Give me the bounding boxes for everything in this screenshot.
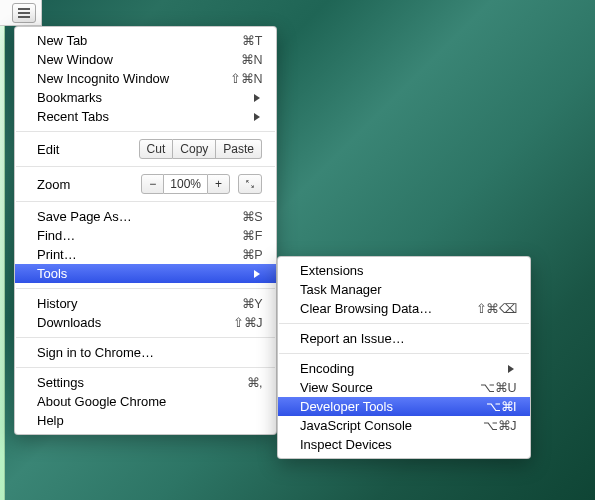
menu-label: Report an Issue… [300, 331, 516, 346]
chrome-main-menu: New Tab ⌘T New Window ⌘N New Incognito W… [14, 26, 277, 435]
separator [16, 201, 275, 202]
menu-label: Clear Browsing Data… [300, 301, 476, 316]
menu-label: Extensions [300, 263, 516, 278]
shortcut: ⌘F [242, 228, 262, 243]
menu-label: Encoding [300, 361, 508, 376]
menu-label: Sign in to Chrome… [37, 345, 262, 360]
submenu-arrow-icon [254, 270, 260, 278]
menu-item-print[interactable]: Print… ⌘P [15, 245, 276, 264]
menu-item-zoom: Zoom − 100% + [15, 172, 276, 196]
menu-item-recent-tabs[interactable]: Recent Tabs [15, 107, 276, 126]
menu-item-new-incognito[interactable]: New Incognito Window ⇧⌘N [15, 69, 276, 88]
submenu-item-report-issue[interactable]: Report an Issue… [278, 329, 530, 348]
zoom-button-group: − 100% + [141, 174, 230, 194]
menu-item-settings[interactable]: Settings ⌘, [15, 373, 276, 392]
menu-label: Downloads [37, 315, 233, 330]
shortcut: ⇧⌘⌫ [476, 301, 517, 316]
menu-item-new-window[interactable]: New Window ⌘N [15, 50, 276, 69]
separator [16, 131, 275, 132]
menu-label: View Source [300, 380, 480, 395]
menu-label: New Tab [37, 33, 242, 48]
menu-item-about[interactable]: About Google Chrome [15, 392, 276, 411]
separator [16, 337, 275, 338]
shortcut: ⌘, [247, 375, 262, 390]
menu-item-new-tab[interactable]: New Tab ⌘T [15, 31, 276, 50]
shortcut: ⌥⌘J [483, 418, 516, 433]
menu-label: Bookmarks [37, 90, 254, 105]
submenu-arrow-icon [254, 113, 260, 121]
shortcut: ⇧⌘J [233, 315, 262, 330]
menu-label: About Google Chrome [37, 394, 262, 409]
submenu-arrow-icon [508, 365, 514, 373]
submenu-item-task-manager[interactable]: Task Manager [278, 280, 530, 299]
menu-item-tools[interactable]: Tools [15, 264, 276, 283]
menu-label: New Window [37, 52, 241, 67]
menu-label: Recent Tabs [37, 109, 254, 124]
menu-item-find[interactable]: Find… ⌘F [15, 226, 276, 245]
submenu-item-view-source[interactable]: View Source ⌥⌘U [278, 378, 530, 397]
zoom-in-button[interactable]: + [207, 174, 230, 194]
menu-label: Save Page As… [37, 209, 242, 224]
paste-button[interactable]: Paste [216, 139, 262, 159]
menu-label: Help [37, 413, 262, 428]
separator [16, 166, 275, 167]
zoom-out-button[interactable]: − [141, 174, 164, 194]
submenu-item-extensions[interactable]: Extensions [278, 261, 530, 280]
separator [279, 353, 529, 354]
shortcut: ⌘N [241, 52, 262, 67]
submenu-item-developer-tools[interactable]: Developer Tools ⌥⌘I [278, 397, 530, 416]
shortcut: ⇧⌘N [230, 71, 262, 86]
menu-label: Zoom [37, 177, 141, 192]
submenu-item-inspect-devices[interactable]: Inspect Devices [278, 435, 530, 454]
menu-label: New Incognito Window [37, 71, 230, 86]
separator [16, 288, 275, 289]
shortcut: ⌘P [242, 247, 262, 262]
menu-label: Developer Tools [300, 399, 486, 414]
separator [16, 367, 275, 368]
menu-label: Settings [37, 375, 247, 390]
fullscreen-button[interactable] [238, 174, 262, 194]
menu-item-history[interactable]: History ⌘Y [15, 294, 276, 313]
shortcut: ⌘Y [242, 296, 262, 311]
edit-button-group: Cut Copy Paste [139, 139, 262, 159]
menu-item-edit: Edit Cut Copy Paste [15, 137, 276, 161]
cut-button[interactable]: Cut [139, 139, 174, 159]
chrome-menu-button[interactable] [12, 3, 36, 23]
menu-label: History [37, 296, 242, 311]
submenu-arrow-icon [254, 94, 260, 102]
page-sliver [0, 26, 5, 500]
fullscreen-icon [246, 178, 254, 190]
menu-label: Tools [37, 266, 254, 281]
copy-button[interactable]: Copy [173, 139, 216, 159]
menu-label: Task Manager [300, 282, 516, 297]
tools-submenu: Extensions Task Manager Clear Browsing D… [277, 256, 531, 459]
menu-label: JavaScript Console [300, 418, 483, 433]
menu-label: Find… [37, 228, 242, 243]
separator [279, 323, 529, 324]
menu-item-downloads[interactable]: Downloads ⇧⌘J [15, 313, 276, 332]
submenu-item-encoding[interactable]: Encoding [278, 359, 530, 378]
shortcut: ⌘T [242, 33, 262, 48]
submenu-item-javascript-console[interactable]: JavaScript Console ⌥⌘J [278, 416, 530, 435]
menu-label: Edit [37, 142, 139, 157]
shortcut: ⌥⌘I [486, 399, 516, 414]
shortcut: ⌘S [242, 209, 262, 224]
zoom-value: 100% [164, 174, 207, 194]
menu-item-bookmarks[interactable]: Bookmarks [15, 88, 276, 107]
menu-label: Inspect Devices [300, 437, 516, 452]
menu-item-help[interactable]: Help [15, 411, 276, 430]
hamburger-icon [18, 12, 30, 14]
menu-item-sign-in[interactable]: Sign in to Chrome… [15, 343, 276, 362]
menu-item-save-page[interactable]: Save Page As… ⌘S [15, 207, 276, 226]
shortcut: ⌥⌘U [480, 380, 516, 395]
menu-label: Print… [37, 247, 242, 262]
submenu-item-clear-browsing-data[interactable]: Clear Browsing Data… ⇧⌘⌫ [278, 299, 530, 318]
